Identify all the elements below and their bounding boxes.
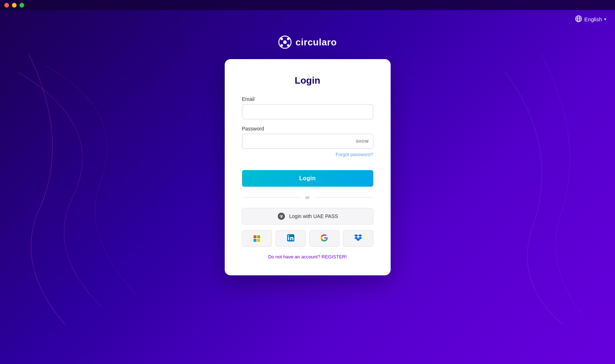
language-label: English [584, 16, 602, 22]
password-group: Password SHOW Forgot password? [242, 126, 373, 157]
forgot-password-link[interactable]: Forgot password? [242, 152, 373, 157]
uae-pass-label: Login with UAE PASS [289, 213, 338, 219]
google-login-button[interactable] [309, 230, 340, 247]
language-selector[interactable]: English ▾ [566, 10, 615, 28]
minimize-button[interactable] [12, 3, 17, 8]
windows-login-button[interactable] [242, 230, 272, 247]
dropbox-icon [354, 234, 362, 243]
google-icon [321, 234, 328, 243]
svg-rect-15 [288, 237, 289, 240]
uae-pass-icon [277, 212, 286, 221]
divider-line-right [314, 197, 373, 197]
titlebar [0, 0, 615, 10]
linkedin-icon [287, 234, 294, 243]
login-card: Login Email Password SHOW Forgot passwor… [225, 59, 391, 275]
password-label: Password [242, 126, 373, 132]
linkedin-login-button[interactable] [276, 230, 306, 247]
maximize-button[interactable] [19, 3, 24, 8]
email-label: Email [242, 96, 373, 102]
dropbox-login-button[interactable] [343, 230, 373, 247]
card-title: Login [242, 75, 373, 86]
email-input[interactable] [242, 104, 373, 119]
svg-point-9 [281, 44, 283, 47]
circularo-logo-icon [278, 35, 292, 49]
logo-area: circularo [278, 35, 337, 49]
svg-point-8 [287, 38, 290, 40]
globe-icon [575, 15, 582, 23]
divider-line-left [242, 197, 301, 197]
svg-point-10 [287, 44, 290, 47]
password-input[interactable] [242, 134, 373, 149]
svg-point-13 [281, 217, 282, 218]
logo-text: circularo [295, 37, 337, 48]
svg-point-7 [281, 38, 283, 40]
show-password-button[interactable]: SHOW [356, 139, 369, 143]
divider-text: or [306, 195, 310, 200]
password-wrapper: SHOW [242, 134, 373, 149]
register-link[interactable]: Do not have an account? REGISTER! [242, 254, 373, 259]
social-buttons [242, 230, 373, 247]
svg-point-6 [283, 40, 287, 44]
windows-icon [254, 235, 260, 242]
close-button[interactable] [4, 3, 9, 8]
email-group: Email [242, 96, 373, 119]
svg-point-16 [288, 235, 289, 236]
chevron-down-icon: ▾ [604, 17, 606, 22]
divider: or [242, 195, 373, 200]
uae-pass-button[interactable]: Login with UAE PASS [242, 208, 373, 225]
login-button[interactable]: Login [242, 170, 373, 187]
main-content: circularo Login Email Password SHOW Forg… [0, 10, 615, 364]
